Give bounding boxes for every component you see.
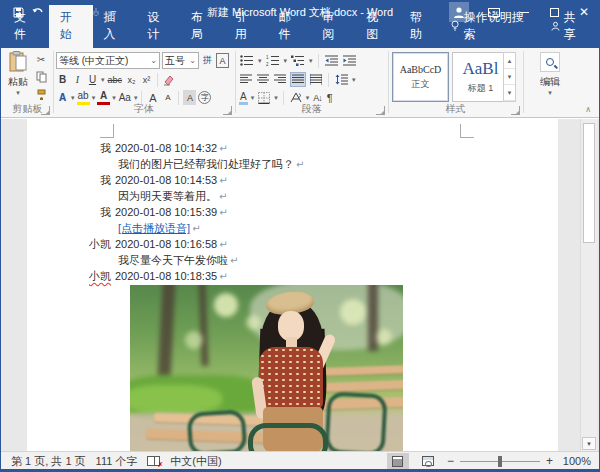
search-icon [546,58,554,66]
scroll-down-icon[interactable]: ▼ [582,437,596,450]
paragraph-mark: ↵ [192,223,200,234]
proofing-status-icon[interactable] [147,456,160,466]
tab-home[interactable]: 开始 [49,5,93,48]
chevron-down-icon: ⌄ [189,56,196,65]
paste-dropdown-icon[interactable]: ▾ [16,89,20,97]
tab-layout[interactable]: 布局 [180,5,224,48]
styles-scroll-down-icon[interactable]: ▼ [504,69,515,85]
group-clipboard: 粘贴 ▾ ✂ 剪贴板 [3,48,52,117]
paragraph-mark: ↵ [219,239,227,250]
style-heading1[interactable]: AaBl 标题 1 [452,52,509,102]
vertical-scrollbar[interactable]: ▼ [580,119,597,451]
tab-file[interactable]: 文件 [1,5,49,48]
multilevel-list-button[interactable] [290,53,306,68]
clear-formatting-icon[interactable] [162,72,176,87]
zoom-level[interactable]: 100% [561,455,591,467]
collapse-ribbon-icon[interactable]: ∧ [585,105,591,114]
chat-line[interactable]: 我尽量今天下午发你啦↵ [27,252,558,268]
chat-line[interactable]: 我2020-01-08 10:15:39↵ [27,204,558,220]
style-normal[interactable]: AaBbCcD 正文 [392,52,449,102]
superscript-button[interactable]: x² [140,72,153,87]
zoom-slider[interactable] [460,461,540,462]
font-dialog-launcher[interactable] [223,106,232,115]
tab-design[interactable]: 设计 [136,5,180,48]
inline-photo-woman-on-park-bench[interactable] [130,285,403,451]
phonetic-guide-button[interactable]: 拼 [201,53,214,68]
tab-help[interactable]: 帮助 [399,5,443,48]
character-border-button[interactable]: A [216,53,229,68]
tab-mailings[interactable]: 邮件 [268,5,312,48]
subscript-button[interactable]: x₂ [125,72,138,87]
document-text: 我2020-01-08 10:14:32↵ 我们的图片已经帮我们处理好了吗？↵ … [27,140,558,284]
tab-view[interactable]: 视图 [355,5,399,48]
margin-mark-left [100,124,114,138]
page-number-indicator[interactable]: 第 1 页, 共 1 页 [11,454,86,469]
zoom-slider-thumb[interactable] [498,456,502,467]
decrease-indent-button[interactable] [324,53,339,68]
ribbon-tabs: 文件 开始 插入 设计 布局 引用 邮件 审阅 视图 帮助 操作说明搜索 共享 [1,23,599,48]
editing-dropdown-icon: ▾ [548,89,552,97]
lightbulb-icon [451,20,459,32]
paragraph-mark: ↵ [219,191,227,202]
italic-button[interactable]: I [71,72,84,87]
underline-dropdown-icon[interactable]: ▾ [101,76,105,84]
increase-indent-button[interactable] [342,53,357,68]
document-page[interactable]: 我2020-01-08 10:14:32↵ 我们的图片已经帮我们处理好了吗？↵ … [27,119,558,451]
tab-review[interactable]: 审阅 [311,5,355,48]
paragraph-mark: ↵ [296,159,304,170]
group-editing: 编辑 ▾ [525,48,577,117]
align-left-button[interactable] [239,72,253,87]
chat-line[interactable]: 小凯2020-01-08 10:18:35↵ [27,268,558,284]
align-right-button[interactable] [273,72,287,87]
justify-button[interactable] [290,72,306,87]
strikethrough-button[interactable]: abc [107,72,124,87]
chat-line[interactable]: 因为明天要等着用。↵ [27,188,558,204]
line-spacing-button[interactable] [334,72,349,87]
styles-scroll-up-icon[interactable]: ▲ [504,53,515,69]
chat-line[interactable]: 我们的图片已经帮我们处理好了吗？↵ [27,156,558,172]
woman-floral-top [259,347,323,409]
numbering-button[interactable]: 12 [265,53,281,68]
chat-line[interactable]: 我2020-01-08 10:14:32↵ [27,140,558,156]
web-layout-view-button[interactable] [417,453,439,470]
word-count-indicator[interactable]: 111 个字 [96,454,138,469]
chat-line[interactable]: [点击播放语音]↵ [27,220,558,236]
group-font: 等线 (中文正文)⌄ 五号⌄ 拼 A B I U ▾ abc x₂ x² [54,48,234,117]
clipboard-dialog-launcher[interactable] [41,106,50,115]
paragraph-mark: ↵ [219,271,227,282]
print-layout-view-button[interactable] [387,453,409,470]
share-button[interactable]: 共享 [537,5,599,48]
font-size-select[interactable]: 五号⌄ [162,52,199,69]
zoom-control: − + [447,454,553,468]
bullets-button[interactable] [239,53,255,68]
paragraph-dialog-launcher[interactable] [376,106,385,115]
paragraph-mark: ↵ [219,207,227,218]
bold-button[interactable]: B [56,72,69,87]
align-center-button[interactable] [256,72,270,87]
language-indicator[interactable]: 中文(中国) [170,454,221,469]
styles-gallery-more-icon[interactable]: ▼ [504,85,515,101]
tell-me-search[interactable]: 操作说明搜索 [443,5,537,48]
scrollbar-thumb[interactable] [583,123,595,243]
styles-dialog-launcher[interactable] [511,106,520,115]
clipboard-icon [8,51,28,73]
voice-playback-link[interactable]: [点击播放语音] [118,222,190,234]
zoom-in-button[interactable]: + [546,454,553,468]
distribute-button[interactable] [309,72,323,87]
font-family-select[interactable]: 等线 (中文正文)⌄ [56,52,160,69]
format-painter-icon[interactable] [33,88,49,102]
svg-text:1: 1 [266,55,269,60]
chevron-down-icon: ⌄ [150,56,157,65]
copy-icon[interactable] [33,70,49,84]
chat-line[interactable]: 我2020-01-08 10:14:53↵ [27,172,558,188]
editing-menu-button[interactable]: 编辑 ▾ [533,52,567,108]
paste-button[interactable]: 粘贴 ▾ [5,51,31,103]
zoom-out-button[interactable]: − [447,454,454,468]
tab-insert[interactable]: 插入 [93,5,137,48]
tab-references[interactable]: 引用 [224,5,268,48]
underline-button[interactable]: U [86,72,99,87]
cut-icon[interactable]: ✂ [33,52,49,66]
chat-line[interactable]: 小凯2020-01-08 10:16:58↵ [27,236,558,252]
group-styles: AaBbCcD 正文 AaBl 标题 1 ▲ ▼ ▼ 样式 [389,48,522,117]
styles-gallery-scroll: ▲ ▼ ▼ [503,52,516,102]
